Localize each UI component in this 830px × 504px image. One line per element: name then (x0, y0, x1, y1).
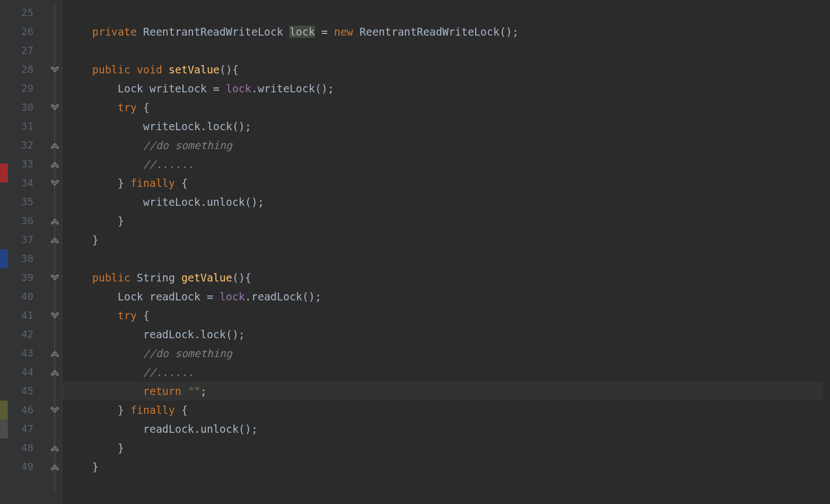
line-number[interactable]: 29 (8, 79, 40, 98)
fold-open-icon[interactable] (51, 312, 59, 320)
code-line[interactable]: try { (62, 98, 822, 117)
breakpoint-strip[interactable] (0, 0, 8, 504)
code-line[interactable]: writeLock.unlock(); (62, 192, 822, 211)
fold-close-icon[interactable] (51, 160, 59, 169)
line-number[interactable]: 27 (8, 41, 40, 60)
code-token: writeLock.lock(); (67, 120, 251, 132)
code-line[interactable]: Lock readLock = lock.readLock(); (62, 287, 822, 306)
code-line[interactable]: } (62, 211, 822, 230)
code-line[interactable]: } (62, 438, 822, 457)
code-token (162, 63, 169, 76)
code-editor[interactable]: 2526272829303132333435363738394041424344… (0, 0, 830, 504)
code-token: Lock writeLock = (67, 82, 226, 95)
line-number[interactable]: 36 (8, 211, 40, 230)
line-number-gutter[interactable]: 2526272829303132333435363738394041424344… (8, 0, 40, 504)
code-token: setValue (169, 63, 220, 76)
code-line[interactable]: } (62, 230, 822, 249)
code-line[interactable]: } finally { (62, 401, 822, 419)
code-line[interactable]: Lock writeLock = lock.writeLock(); (62, 79, 822, 98)
line-number[interactable]: 40 (8, 287, 40, 306)
code-line[interactable]: } finally { (62, 174, 822, 192)
code-token: } (67, 215, 124, 227)
line-number[interactable]: 39 (8, 268, 40, 287)
code-line[interactable]: return ""; (62, 382, 822, 401)
code-token: } (67, 234, 98, 246)
fold-close-icon[interactable] (51, 236, 59, 244)
line-number[interactable]: 47 (8, 419, 40, 438)
code-token: try (118, 309, 137, 322)
line-number[interactable]: 43 (8, 344, 40, 363)
code-line[interactable] (62, 249, 822, 268)
line-number[interactable]: 37 (8, 230, 40, 249)
line-number[interactable]: 34 (8, 174, 40, 192)
line-number[interactable]: 26 (8, 22, 40, 41)
fold-open-icon[interactable] (51, 406, 59, 414)
gutter-mark[interactable] (0, 401, 8, 419)
line-number[interactable]: 46 (8, 401, 40, 419)
code-token: writeLock.unlock(); (67, 196, 264, 208)
code-line[interactable]: writeLock.lock(); (62, 117, 822, 136)
code-token: lock (289, 26, 315, 38)
code-token (181, 385, 187, 397)
code-token (67, 63, 92, 76)
line-number[interactable]: 48 (8, 438, 40, 457)
code-line[interactable]: //...... (62, 363, 822, 382)
line-number[interactable]: 42 (8, 325, 40, 344)
line-number[interactable]: 25 (8, 3, 40, 22)
fold-open-icon[interactable] (51, 179, 59, 187)
fold-close-icon[interactable] (51, 444, 59, 452)
code-line[interactable]: //do something (62, 344, 822, 363)
fold-open-icon[interactable] (51, 103, 59, 112)
line-number[interactable]: 28 (8, 60, 40, 79)
gutter-mark[interactable] (0, 164, 8, 182)
code-token: "" (187, 385, 200, 397)
code-area[interactable]: private ReentrantReadWriteLock lock = ne… (62, 0, 822, 504)
code-token: { (175, 177, 187, 189)
code-token: readLock.lock(); (67, 328, 245, 340)
code-token: finally (130, 404, 175, 416)
line-number[interactable]: 31 (8, 117, 40, 136)
line-number[interactable]: 35 (8, 192, 40, 211)
line-number[interactable]: 41 (8, 306, 40, 325)
gutter-mark[interactable] (0, 419, 8, 438)
fold-close-icon[interactable] (51, 368, 59, 377)
code-line[interactable]: //...... (62, 155, 822, 174)
gutter-mark[interactable] (0, 249, 8, 268)
fold-guide-line (55, 4, 55, 493)
code-token: lock (220, 290, 245, 303)
code-token: String (130, 271, 181, 284)
code-line[interactable]: public void setValue(){ (62, 60, 822, 79)
code-token: //do something (143, 139, 232, 151)
code-line[interactable]: try { (62, 306, 822, 325)
code-token (67, 271, 92, 284)
code-line[interactable]: readLock.lock(); (62, 325, 822, 344)
code-line[interactable]: } (62, 457, 822, 476)
code-line[interactable]: readLock.unlock(); (62, 419, 822, 438)
line-number[interactable]: 32 (8, 136, 40, 155)
line-number[interactable]: 45 (8, 382, 40, 401)
code-line[interactable]: private ReentrantReadWriteLock lock = ne… (62, 22, 822, 41)
code-line[interactable] (62, 41, 822, 60)
fold-close-icon[interactable] (51, 463, 59, 471)
line-number[interactable]: 49 (8, 457, 40, 476)
code-line[interactable]: public String getValue(){ (62, 268, 822, 287)
fold-open-icon[interactable] (51, 274, 59, 282)
line-number[interactable]: 30 (8, 98, 40, 117)
fold-column[interactable] (40, 0, 62, 504)
code-token: //...... (143, 158, 194, 170)
line-number[interactable]: 44 (8, 363, 40, 382)
code-line[interactable] (62, 3, 822, 22)
fold-open-icon[interactable] (51, 66, 59, 74)
code-line[interactable]: //do something (62, 136, 822, 155)
fold-close-icon[interactable] (51, 217, 59, 225)
code-token: return (143, 385, 181, 397)
code-token (130, 63, 136, 76)
fold-close-icon[interactable] (51, 349, 59, 358)
code-token: (){ (232, 271, 251, 284)
code-token (67, 26, 92, 38)
code-token: try (118, 101, 137, 113)
fold-close-icon[interactable] (51, 141, 59, 150)
line-number[interactable]: 38 (8, 249, 40, 268)
scrollbar[interactable] (822, 0, 830, 504)
line-number[interactable]: 33 (8, 155, 40, 174)
